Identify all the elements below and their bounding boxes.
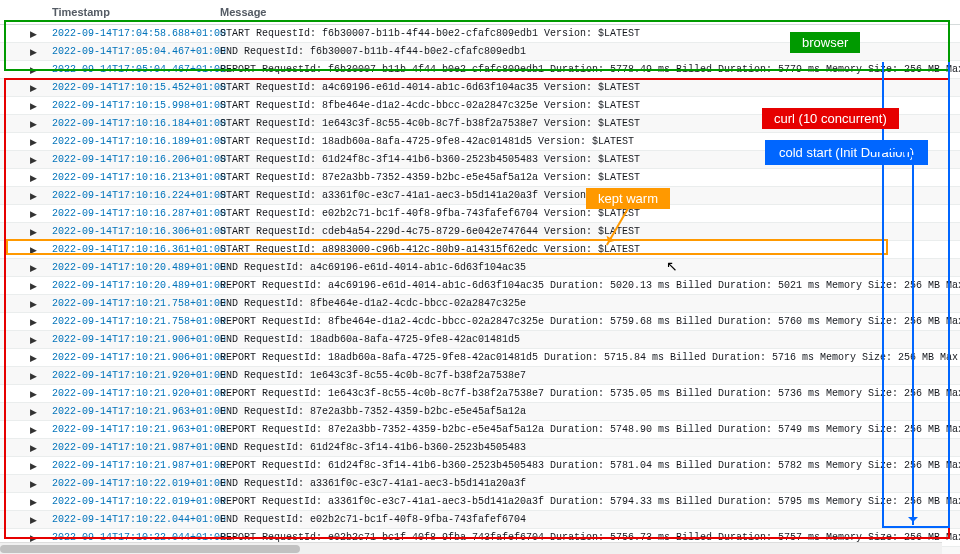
- row-checkbox-cell[interactable]: [0, 169, 22, 187]
- log-message[interactable]: REPORT RequestId: f6b30007-b11b-4f44-b0e…: [212, 61, 960, 79]
- expand-row-icon[interactable]: ▶: [22, 61, 44, 79]
- log-row[interactable]: ▶2022-09-14T17:10:21.906+01:00END Reques…: [0, 331, 960, 349]
- log-row[interactable]: ▶2022-09-14T17:10:21.758+01:00END Reques…: [0, 295, 960, 313]
- row-checkbox-cell[interactable]: [0, 97, 22, 115]
- expand-row-icon[interactable]: ▶: [22, 421, 44, 439]
- log-row[interactable]: ▶2022-09-14T17:10:21.758+01:00REPORT Req…: [0, 313, 960, 331]
- log-row[interactable]: ▶2022-09-14T17:10:16.224+01:00START Requ…: [0, 187, 960, 205]
- scrollbar-thumb[interactable]: [0, 545, 300, 553]
- log-timestamp[interactable]: 2022-09-14T17:10:21.906+01:00: [44, 349, 212, 367]
- log-message[interactable]: START RequestId: 8fbe464e-d1a2-4cdc-bbcc…: [212, 97, 960, 115]
- log-row[interactable]: ▶2022-09-14T17:10:16.184+01:00START Requ…: [0, 115, 960, 133]
- log-message[interactable]: REPORT RequestId: 1e643c3f-8c55-4c0b-8c7…: [212, 385, 960, 403]
- log-row[interactable]: ▶2022-09-14T17:10:21.963+01:00REPORT Req…: [0, 421, 960, 439]
- log-row[interactable]: ▶2022-09-14T17:10:22.019+01:00END Reques…: [0, 475, 960, 493]
- log-timestamp[interactable]: 2022-09-14T17:10:16.224+01:00: [44, 187, 212, 205]
- log-timestamp[interactable]: 2022-09-14T17:10:20.489+01:00: [44, 277, 212, 295]
- expand-row-icon[interactable]: ▶: [22, 493, 44, 511]
- log-row[interactable]: ▶2022-09-14T17:10:21.987+01:00END Reques…: [0, 439, 960, 457]
- horizontal-scrollbar[interactable]: [0, 542, 942, 554]
- log-timestamp[interactable]: 2022-09-14T17:10:16.213+01:00: [44, 169, 212, 187]
- log-row[interactable]: ▶2022-09-14T17:10:16.287+01:00START Requ…: [0, 205, 960, 223]
- log-timestamp[interactable]: 2022-09-14T17:10:20.489+01:00: [44, 259, 212, 277]
- log-row[interactable]: ▶2022-09-14T17:10:16.361+01:00START Requ…: [0, 241, 960, 259]
- row-checkbox-cell[interactable]: [0, 457, 22, 475]
- expand-row-icon[interactable]: ▶: [22, 241, 44, 259]
- log-message[interactable]: END RequestId: f6b30007-b11b-4f44-b0e2-c…: [212, 43, 960, 61]
- log-message[interactable]: REPORT RequestId: 87e2a3bb-7352-4359-b2b…: [212, 421, 960, 439]
- row-checkbox-cell[interactable]: [0, 61, 22, 79]
- log-timestamp[interactable]: 2022-09-14T17:10:16.184+01:00: [44, 115, 212, 133]
- log-row[interactable]: ▶2022-09-14T17:10:20.489+01:00END Reques…: [0, 259, 960, 277]
- log-message[interactable]: END RequestId: 1e643c3f-8c55-4c0b-8c7f-b…: [212, 367, 960, 385]
- expand-row-icon[interactable]: ▶: [22, 187, 44, 205]
- expand-row-icon[interactable]: ▶: [22, 385, 44, 403]
- row-checkbox-cell[interactable]: [0, 421, 22, 439]
- row-checkbox-cell[interactable]: [0, 313, 22, 331]
- expand-row-icon[interactable]: ▶: [22, 97, 44, 115]
- log-message[interactable]: START RequestId: 61d24f8c-3f14-41b6-b360…: [212, 151, 960, 169]
- expand-row-icon[interactable]: ▶: [22, 259, 44, 277]
- log-message[interactable]: START RequestId: 1e643c3f-8c55-4c0b-8c7f…: [212, 115, 960, 133]
- log-message[interactable]: REPORT RequestId: 61d24f8c-3f14-41b6-b36…: [212, 457, 960, 475]
- log-message[interactable]: START RequestId: e02b2c71-bc1f-40f8-9fba…: [212, 205, 960, 223]
- log-row[interactable]: ▶2022-09-14T17:10:16.206+01:00START Requ…: [0, 151, 960, 169]
- log-timestamp[interactable]: 2022-09-14T17:10:15.998+01:00: [44, 97, 212, 115]
- expand-row-icon[interactable]: ▶: [22, 277, 44, 295]
- row-checkbox-cell[interactable]: [0, 367, 22, 385]
- log-row[interactable]: ▶2022-09-14T17:10:21.920+01:00END Reques…: [0, 367, 960, 385]
- expand-row-icon[interactable]: ▶: [22, 25, 44, 43]
- log-timestamp[interactable]: 2022-09-14T17:10:21.963+01:00: [44, 421, 212, 439]
- log-row[interactable]: ▶2022-09-14T17:10:16.306+01:00START Requ…: [0, 223, 960, 241]
- log-message[interactable]: START RequestId: a4c69196-e61d-4014-ab1c…: [212, 79, 960, 97]
- log-row[interactable]: ▶2022-09-14T17:10:15.998+01:00START Requ…: [0, 97, 960, 115]
- log-message[interactable]: END RequestId: a3361f0c-e3c7-41a1-aec3-b…: [212, 475, 960, 493]
- row-checkbox-cell[interactable]: [0, 403, 22, 421]
- log-timestamp[interactable]: 2022-09-14T17:10:21.987+01:00: [44, 457, 212, 475]
- log-row[interactable]: ▶2022-09-14T17:10:22.044+01:00END Reques…: [0, 511, 960, 529]
- log-message[interactable]: START RequestId: 18adb60a-8afa-4725-9fe8…: [212, 133, 960, 151]
- log-row[interactable]: ▶2022-09-14T17:10:21.963+01:00END Reques…: [0, 403, 960, 421]
- row-checkbox-cell[interactable]: [0, 277, 22, 295]
- col-header-message[interactable]: Message: [212, 0, 960, 25]
- log-timestamp[interactable]: 2022-09-14T17:10:16.287+01:00: [44, 205, 212, 223]
- expand-row-icon[interactable]: ▶: [22, 205, 44, 223]
- expand-row-icon[interactable]: ▶: [22, 79, 44, 97]
- log-message[interactable]: END RequestId: 8fbe464e-d1a2-4cdc-bbcc-0…: [212, 295, 960, 313]
- row-checkbox-cell[interactable]: [0, 259, 22, 277]
- log-message[interactable]: END RequestId: 61d24f8c-3f14-41b6-b360-2…: [212, 439, 960, 457]
- log-row[interactable]: ▶2022-09-14T17:10:20.489+01:00REPORT Req…: [0, 277, 960, 295]
- log-row[interactable]: ▶2022-09-14T17:10:15.452+01:00START Requ…: [0, 79, 960, 97]
- log-row[interactable]: ▶2022-09-14T17:10:16.189+01:00START Requ…: [0, 133, 960, 151]
- log-timestamp[interactable]: 2022-09-14T17:10:21.906+01:00: [44, 331, 212, 349]
- expand-row-icon[interactable]: ▶: [22, 223, 44, 241]
- log-message[interactable]: START RequestId: 87e2a3bb-7352-4359-b2bc…: [212, 169, 960, 187]
- row-checkbox-cell[interactable]: [0, 115, 22, 133]
- log-timestamp[interactable]: 2022-09-14T17:05:04.467+01:00: [44, 43, 212, 61]
- log-timestamp[interactable]: 2022-09-14T17:10:21.758+01:00: [44, 295, 212, 313]
- log-message[interactable]: REPORT RequestId: 18adb60a-8afa-4725-9fe…: [212, 349, 960, 367]
- log-timestamp[interactable]: 2022-09-14T17:10:21.758+01:00: [44, 313, 212, 331]
- log-timestamp[interactable]: 2022-09-14T17:04:58.688+01:00: [44, 25, 212, 43]
- log-timestamp[interactable]: 2022-09-14T17:10:16.189+01:00: [44, 133, 212, 151]
- expand-row-icon[interactable]: ▶: [22, 43, 44, 61]
- log-message[interactable]: END RequestId: e02b2c71-bc1f-40f8-9fba-7…: [212, 511, 960, 529]
- row-checkbox-cell[interactable]: [0, 79, 22, 97]
- log-row[interactable]: ▶2022-09-14T17:05:04.467+01:00END Reques…: [0, 43, 960, 61]
- expand-row-icon[interactable]: ▶: [22, 475, 44, 493]
- log-timestamp[interactable]: 2022-09-14T17:10:15.452+01:00: [44, 79, 212, 97]
- expand-row-icon[interactable]: ▶: [22, 439, 44, 457]
- log-row[interactable]: ▶2022-09-14T17:10:21.920+01:00REPORT Req…: [0, 385, 960, 403]
- log-message[interactable]: REPORT RequestId: a4c69196-e61d-4014-ab1…: [212, 277, 960, 295]
- expand-row-icon[interactable]: ▶: [22, 367, 44, 385]
- row-checkbox-cell[interactable]: [0, 439, 22, 457]
- expand-row-icon[interactable]: ▶: [22, 295, 44, 313]
- log-row[interactable]: ▶2022-09-14T17:10:22.019+01:00REPORT Req…: [0, 493, 960, 511]
- row-checkbox-cell[interactable]: [0, 349, 22, 367]
- log-timestamp[interactable]: 2022-09-14T17:05:04.467+01:00: [44, 61, 212, 79]
- log-message[interactable]: START RequestId: a8983000-c96b-412c-80b9…: [212, 241, 960, 259]
- expand-row-icon[interactable]: ▶: [22, 349, 44, 367]
- log-message[interactable]: REPORT RequestId: 8fbe464e-d1a2-4cdc-bbc…: [212, 313, 960, 331]
- expand-row-icon[interactable]: ▶: [22, 133, 44, 151]
- log-message[interactable]: START RequestId: a3361f0c-e3c7-41a1-aec3…: [212, 187, 960, 205]
